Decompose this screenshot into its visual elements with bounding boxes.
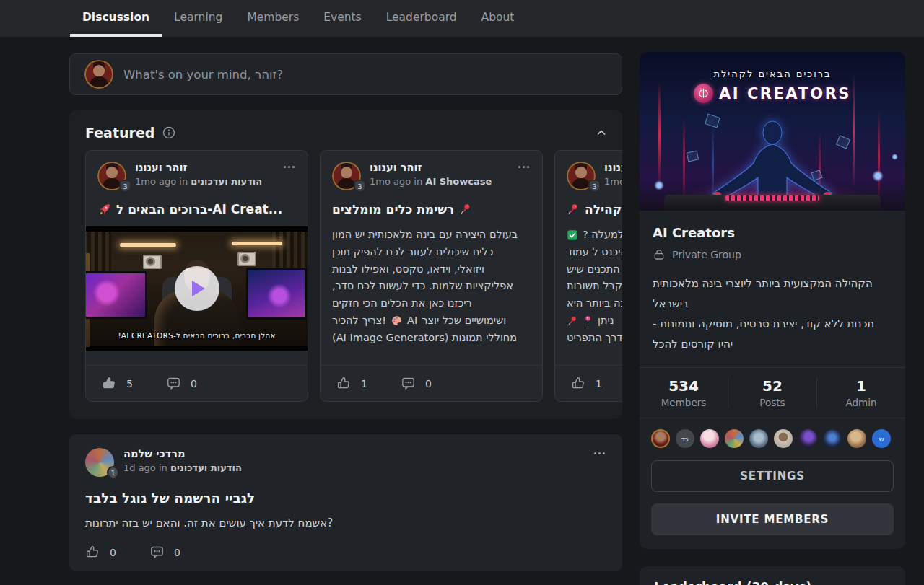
level-badge: 3: [588, 180, 601, 193]
comment-count: 0: [174, 547, 180, 558]
more-menu-icon[interactable]: [282, 162, 296, 172]
rocket-icon: [97, 203, 111, 216]
banner-welcome-text: ברוכים הבאים לקהילת: [640, 69, 905, 79]
banner-figure: [693, 118, 852, 203]
pushpin-icon: [567, 203, 580, 216]
comment-button[interactable]: 0: [166, 376, 197, 391]
stat-posts[interactable]: 52 Posts: [728, 377, 816, 408]
compose-placeholder: What's on your mind, זוהר?: [123, 68, 283, 82]
tab-leaderboard[interactable]: Leaderboard: [374, 0, 469, 37]
play-button[interactable]: [175, 266, 219, 311]
tab-events[interactable]: Events: [311, 0, 373, 37]
member-avatar[interactable]: בד: [676, 429, 694, 448]
featured-cards-row: 3 זוהר וענונו 1mo ago in הודעות ועדכונים: [85, 150, 622, 402]
comment-icon: [401, 376, 416, 391]
member-avatar[interactable]: [651, 429, 670, 448]
stat-admins[interactable]: 1 Admin: [816, 377, 905, 408]
chevron-up-icon[interactable]: [595, 126, 608, 139]
tab-discussion[interactable]: Discussion: [70, 0, 162, 37]
member-avatar[interactable]: [823, 429, 842, 448]
leaderboard-title: Leaderboard (30-days): [654, 580, 891, 585]
like-button[interactable]: 5: [102, 376, 133, 391]
stat-members[interactable]: 534 Members: [640, 377, 728, 408]
stat-value: 1: [817, 377, 905, 395]
post-category: הודעות ועדכונים: [170, 462, 242, 473]
leaderboard-card: Leaderboard (30-days): [640, 566, 905, 585]
post-title: לגביי הרשמה של גוגל בלבד: [85, 491, 606, 506]
stat-label: Members: [640, 397, 728, 408]
post-title: ברוכים הבאים ל-AI Creat...: [116, 202, 282, 216]
member-avatar[interactable]: [725, 429, 744, 448]
level-badge: 1: [107, 466, 119, 479]
post-author: זוהר וענונו: [135, 162, 262, 173]
more-menu-icon[interactable]: [593, 448, 606, 459]
comment-icon: [166, 376, 181, 391]
play-icon: [192, 281, 205, 296]
comment-count: 0: [425, 378, 432, 390]
right-monitor: [246, 268, 307, 320]
post-title: רשימת כלים מומלצים: [332, 202, 454, 216]
comment-button[interactable]: 0: [401, 376, 432, 391]
featured-card-community[interactable]: 3 זוהר וענונו 1mo ago in: [554, 150, 622, 402]
like-count: 5: [126, 378, 133, 390]
post-body: בעולם היצירה עם בינה מלאכותית יש המון כל…: [332, 226, 531, 347]
member-avatar[interactable]: [774, 429, 793, 448]
member-avatar[interactable]: [798, 429, 817, 448]
invite-members-button[interactable]: INVITE MEMBERS: [651, 503, 894, 535]
stat-value: 52: [728, 377, 816, 395]
tab-about[interactable]: About: [469, 0, 527, 37]
featured-card-welcome[interactable]: 3 זוהר וענונו 1mo ago in הודעות ועדכונים: [85, 150, 308, 402]
post-author: מרדכי שלמה: [123, 448, 242, 459]
like-button[interactable]: 0: [85, 545, 116, 560]
post-title: קהילה: [585, 202, 622, 216]
group-name: AI Creators: [653, 225, 892, 240]
like-count: 1: [596, 378, 602, 390]
tab-members[interactable]: Members: [235, 0, 311, 37]
post-time: 1mo ago in: [604, 176, 622, 187]
group-privacy: Private Group: [672, 249, 741, 260]
banner-keyboard: [725, 195, 819, 201]
level-badge: 3: [119, 180, 131, 193]
palette-icon: [391, 315, 403, 327]
stat-label: Posts: [728, 397, 816, 408]
thumbs-up-icon: [336, 376, 352, 391]
like-button[interactable]: 1: [571, 376, 602, 391]
tab-learning[interactable]: Learning: [162, 0, 235, 37]
video-thumbnail[interactable]: אהלן חברים, ברוכים הבאים ל-AI CREATORS!: [85, 226, 308, 351]
lock-icon: [653, 248, 666, 261]
post-category: הודעות ועדכונים: [191, 176, 262, 187]
like-count: 1: [361, 378, 367, 390]
stat-value: 534: [640, 377, 728, 395]
avatar: [84, 60, 113, 89]
post-category: AI Showcase: [425, 176, 492, 187]
info-icon[interactable]: [162, 126, 176, 140]
featured-card-tools[interactable]: 3 זוהר וענונו 1mo ago in AI Showcase רשי…: [320, 150, 543, 402]
like-count: 0: [110, 547, 116, 558]
thumbs-up-icon: [85, 545, 100, 560]
more-menu-icon[interactable]: [517, 162, 531, 172]
settings-button[interactable]: SETTINGS: [651, 460, 894, 492]
member-avatar[interactable]: [749, 429, 768, 448]
post-author: זוהר וענונו: [370, 162, 492, 173]
member-avatar[interactable]: ש: [872, 429, 891, 448]
thumbs-up-filled-icon: [102, 376, 117, 391]
group-banner: ברוכים הבאים לקהילת AI CREATORS: [640, 52, 905, 211]
member-avatars-row: בד ש: [640, 418, 905, 451]
post-time: 1mo ago in: [370, 176, 422, 187]
stat-label: Admin: [817, 397, 905, 408]
post-author: זוהר וענונו: [604, 162, 622, 173]
banner-brand-text: AI CREATORS: [719, 85, 851, 102]
like-button[interactable]: 1: [336, 376, 367, 391]
round-pin-icon: [583, 315, 593, 326]
green-check-icon: [567, 229, 578, 241]
group-stats: 534 Members 52 Posts 1 Admin: [640, 367, 905, 418]
pushpin-icon: [567, 315, 578, 327]
group-description: הקהילה המקצועית ביותר ליוצרי בינה מלאכות…: [653, 273, 892, 367]
compose-post-box[interactable]: What's on your mind, זוהר?: [69, 53, 622, 95]
feed-post[interactable]: 1 מרדכי שלמה 1d ago in הודעות ועדכונים ל…: [69, 434, 622, 571]
post-body: ? למעלה היכנס ל עמוד התכנים שיש קבל תשוב…: [567, 226, 622, 347]
member-avatar[interactable]: [700, 429, 719, 448]
left-monitor: [85, 271, 147, 319]
comment-button[interactable]: 0: [149, 545, 180, 560]
member-avatar[interactable]: [847, 429, 866, 448]
